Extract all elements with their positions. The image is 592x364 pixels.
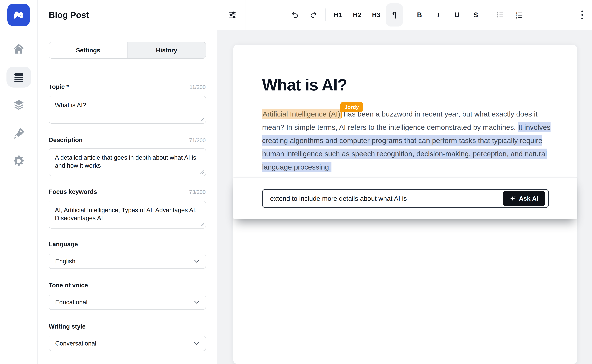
topic-value: What is AI? (55, 102, 86, 109)
sliders-icon (228, 11, 237, 19)
description-char-count: 71/200 (189, 137, 206, 143)
page-title: Blog Post (49, 0, 89, 30)
description-input[interactable]: A detailed article that goes in depth ab… (49, 148, 206, 176)
writing-style-value: Conversational (55, 340, 96, 347)
redo-icon (309, 11, 318, 19)
heading1-button[interactable]: H1 (329, 3, 346, 26)
editor-settings-button[interactable] (224, 3, 241, 26)
language-label: Language (49, 241, 78, 248)
gear-icon (13, 155, 25, 167)
layers-icon (13, 99, 25, 111)
chevron-down-icon (194, 300, 199, 304)
bullet-list-button[interactable] (492, 3, 509, 26)
ask-ai-input[interactable]: extend to include more details about wha… (270, 195, 503, 202)
app-logo[interactable] (7, 4, 30, 26)
strikethrough-button[interactable]: S (467, 3, 484, 26)
more-options-button[interactable] (574, 3, 591, 26)
tab-settings[interactable]: Settings (49, 42, 127, 58)
keywords-input[interactable]: AI, Artificial Intelligence, Types of AI… (49, 201, 206, 228)
chevron-down-icon (194, 260, 199, 263)
italic-button[interactable]: I (430, 3, 447, 26)
underline-button[interactable]: U (448, 3, 465, 26)
jordy-cursor-label: Jordy (340, 102, 363, 112)
undo-button[interactable] (286, 3, 303, 26)
undo-icon (291, 11, 299, 19)
ordered-list-icon: 1 2 3 (515, 11, 523, 19)
keywords-value: AI, Artificial Intelligence, Types of AI… (55, 207, 197, 221)
divider (325, 8, 326, 21)
document-lines-icon (13, 71, 25, 83)
ask-ai-input-bar[interactable]: extend to include more details about wha… (262, 189, 549, 208)
keywords-label: Focus keywords (49, 188, 97, 195)
panel-tabs: Settings History (49, 42, 206, 59)
chevron-down-icon (194, 342, 199, 345)
intro-paragraph[interactable]: Artificial Intelligence (AI)Jordy has be… (262, 107, 552, 174)
sparkle-icon (510, 195, 516, 202)
paragraph-button[interactable]: ¶ (386, 3, 403, 26)
sidebar-item-home[interactable] (3, 40, 34, 57)
scribble-logo-icon (12, 8, 26, 22)
app-root: { "header": { "title": "Blog Post" }, "s… (0, 0, 592, 364)
heading3-button[interactable]: H3 (368, 3, 385, 26)
ask-ai-button[interactable]: Ask AI (503, 191, 545, 206)
ask-ai-button-label: Ask AI (519, 195, 538, 202)
settings-panel: Settings History Topic * 11/200 What is … (38, 30, 217, 364)
document-title[interactable]: What is AI? (262, 76, 347, 94)
tab-history[interactable]: History (127, 42, 206, 58)
writing-style-label: Writing style (49, 323, 86, 330)
home-icon (13, 43, 25, 55)
keywords-char-count: 73/200 (189, 189, 206, 195)
language-select[interactable]: English (49, 254, 206, 269)
divider (245, 0, 245, 30)
bold-button[interactable]: B (411, 3, 428, 26)
divider (489, 8, 489, 21)
sidebar-item-launch[interactable] (3, 125, 34, 142)
tone-select[interactable]: Educational (49, 295, 206, 310)
sidebar-item-content[interactable] (7, 67, 31, 88)
divider (38, 70, 217, 71)
sidebar-item-stacks[interactable] (3, 97, 34, 113)
resize-handle-icon[interactable] (200, 223, 204, 227)
topic-input[interactable]: What is AI? (49, 96, 206, 124)
divider (409, 8, 409, 21)
divider (564, 0, 564, 30)
kebab-menu-icon (581, 11, 583, 20)
rocket-icon (13, 127, 25, 140)
bullet-list-icon (497, 11, 505, 19)
jordy-cursor-caret: Jordy (341, 109, 342, 118)
redo-button[interactable] (305, 3, 322, 26)
sidebar-item-settings[interactable] (3, 153, 34, 169)
resize-handle-icon[interactable] (200, 170, 204, 174)
text-segment-orange: Artificial Intelligence (AI) (262, 109, 341, 119)
tone-label: Tone of voice (49, 282, 88, 289)
icon-rail (0, 0, 38, 364)
svg-text:3: 3 (516, 16, 517, 19)
description-label: Description (49, 136, 83, 143)
description-value: A detailed article that goes in depth ab… (55, 154, 196, 169)
resize-handle-icon[interactable] (200, 118, 204, 122)
writing-style-select[interactable]: Conversational (49, 336, 206, 351)
heading2-button[interactable]: H2 (349, 3, 366, 26)
topic-char-count: 11/200 (190, 84, 206, 90)
language-value: English (55, 258, 75, 265)
tone-value: Educational (55, 299, 87, 306)
top-header: Blog Post H1 H2 H3 ¶ B I U S 1 2 3 (38, 0, 592, 30)
divider (218, 0, 218, 30)
ask-ai-panel: extend to include more details about wha… (233, 177, 577, 219)
ordered-list-button[interactable]: 1 2 3 (511, 3, 528, 26)
topic-label: Topic * (49, 83, 69, 90)
